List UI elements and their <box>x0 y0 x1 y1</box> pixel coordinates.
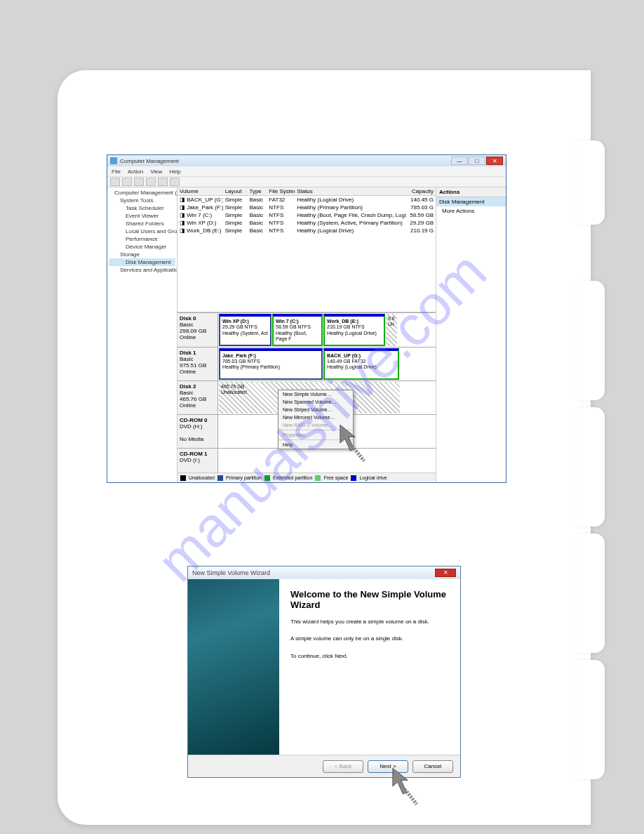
back-button[interactable] <box>110 178 120 186</box>
menu-new-striped-volume[interactable]: New Striped Volume… <box>279 406 353 413</box>
col-filesystem[interactable]: File System <box>267 188 295 194</box>
wizard-text-2: A simple volume can only be on a single … <box>290 635 449 642</box>
legend-logical: Logical drive <box>359 475 387 480</box>
wizard-back-button[interactable]: < Back <box>323 760 363 773</box>
col-layout[interactable]: Layout <box>223 188 248 194</box>
menu-new-spanned-volume[interactable]: New Spanned Volume… <box>279 398 353 406</box>
disk-row: Disk 1Basic975.51 GBOnlineJake_Park (F:)… <box>177 347 436 380</box>
volumes-header: Volume Layout Type File System Status Ca… <box>177 187 436 196</box>
help-button[interactable] <box>170 178 180 186</box>
properties-button[interactable] <box>158 178 168 186</box>
tree-services[interactable]: Services and Applications <box>109 266 175 274</box>
volume-row[interactable]: ◨ Jake_Park (F:)SimpleBasicNTFSHealthy (… <box>177 204 436 211</box>
index-tab <box>577 660 605 779</box>
tree-event-viewer[interactable]: Event Viewer <box>109 212 175 220</box>
index-tab <box>577 407 605 527</box>
volume-row[interactable]: ◨ Work_DB (E:)SimpleBasicNTFSHealthy (Lo… <box>177 227 436 234</box>
legend-extended: Extended partition <box>273 475 312 480</box>
wizard-titlebar[interactable]: New Simple Volume Wizard ✕ <box>188 567 460 579</box>
partition[interactable]: Work_DB (E:)210.19 GB NTFSHealthy (Logic… <box>323 314 385 346</box>
index-tab <box>577 281 605 400</box>
col-capacity[interactable]: Capacity <box>406 188 436 194</box>
app-icon <box>110 157 117 164</box>
actions-more[interactable]: More Actions <box>436 206 506 216</box>
disk-row: CD-ROM 1DVD (I:) <box>177 448 436 472</box>
minimize-button[interactable]: — <box>451 157 468 165</box>
menu-file[interactable]: File <box>112 168 121 175</box>
cursor-icon <box>335 422 370 464</box>
refresh-button[interactable] <box>146 178 156 186</box>
partition[interactable]: 9.6Un <box>386 314 397 346</box>
menu-new-mirrored-volume[interactable]: New Mirrored Volume… <box>279 413 353 421</box>
volume-row[interactable]: ◨ Win XP (D:)SimpleBasicNTFSHealthy (Sys… <box>177 219 436 227</box>
menu-view[interactable]: View <box>150 168 162 175</box>
tree-device-manager[interactable]: Device Manager <box>109 243 175 251</box>
tree-root[interactable]: Computer Management (Local <box>109 189 175 197</box>
volumes-list: Volume Layout Type File System Status Ca… <box>177 187 436 312</box>
wizard-heading: Welcome to the New Simple Volume Wizard <box>290 589 449 610</box>
disk-row: Disk 2Basic465.76 GBOnline465.76 GBUnall… <box>177 380 436 414</box>
col-type[interactable]: Type <box>247 188 267 194</box>
computer-management-window: Computer Management — □ ✕ File Action Vi… <box>107 154 507 483</box>
cursor-icon <box>387 765 422 807</box>
menu-new-simple-volume[interactable]: New Simple Volume… <box>279 390 353 398</box>
index-tab <box>577 140 605 225</box>
window-titlebar[interactable]: Computer Management — □ ✕ <box>107 155 506 166</box>
tree-system-tools[interactable]: System Tools <box>109 197 175 204</box>
wizard-text-1: This wizard helps you create a simple vo… <box>290 618 449 626</box>
tree-performance[interactable]: Performance <box>109 235 175 243</box>
actions-pane: Actions Disk Management More Actions <box>436 187 506 482</box>
up-button[interactable] <box>134 178 144 186</box>
toolbar <box>107 176 506 187</box>
actions-disk-management[interactable]: Disk Management <box>436 197 506 206</box>
col-volume[interactable]: Volume <box>177 188 223 194</box>
maximize-button[interactable]: □ <box>469 157 485 165</box>
partition[interactable]: Win XP (D:)29.29 GB NTFSHealthy (System,… <box>219 314 271 346</box>
menubar: File Action View Help <box>107 166 506 176</box>
legend-free: Free space <box>323 475 348 480</box>
partition[interactable]: BACK_UP (G:)140.49 GB FAT32Healthy (Logi… <box>323 348 399 380</box>
new-simple-volume-wizard: New Simple Volume Wizard ✕ Welcome to th… <box>187 566 461 778</box>
manual-page-card: Computer Management — □ ✕ File Action Vi… <box>58 70 591 825</box>
volume-row[interactable]: ◨ BACK_UP (G:)SimpleBasicFAT32Healthy (L… <box>177 196 436 204</box>
navigation-tree[interactable]: Computer Management (Local System Tools … <box>107 187 177 482</box>
volume-row[interactable]: ◨ Win 7 (C:)SimpleBasicNTFSHealthy (Boot… <box>177 211 436 219</box>
col-status[interactable]: Status <box>295 188 406 194</box>
tree-shared-folders[interactable]: Shared Folders <box>109 220 175 227</box>
actions-header: Actions <box>436 187 506 197</box>
wizard-title: New Simple Volume Wizard <box>192 569 435 576</box>
tree-disk-management[interactable]: Disk Management <box>109 258 175 266</box>
disk-row: Disk 0Basic298.09 GBOnlineWin XP (D:)29.… <box>177 312 436 347</box>
wizard-close-button[interactable]: ✕ <box>435 569 456 577</box>
wizard-text-3: To continue, click Next. <box>290 653 449 660</box>
tree-task-scheduler[interactable]: Task Scheduler <box>109 204 175 212</box>
forward-button[interactable] <box>122 178 132 186</box>
partition[interactable]: Jake_Park (F:)785.03 GB NTFSHealthy (Pri… <box>219 348 323 380</box>
menu-help[interactable]: Help <box>169 168 180 175</box>
menu-action[interactable]: Action <box>128 168 143 175</box>
close-button[interactable]: ✕ <box>486 157 503 165</box>
legend-unallocated: Unallocated <box>189 475 215 480</box>
tree-storage[interactable]: Storage <box>109 251 175 258</box>
window-title: Computer Management <box>120 158 451 164</box>
legend: Unallocated Primary partition Extended p… <box>177 472 436 482</box>
partition[interactable]: Win 7 (C:)58.59 GB NTFSHealthy (Boot, Pa… <box>272 314 323 346</box>
wizard-side-graphic <box>188 579 279 755</box>
disks-graphical-view: Disk 0Basic298.09 GBOnlineWin XP (D:)29.… <box>177 312 436 472</box>
tree-local-users[interactable]: Local Users and Groups <box>109 227 175 235</box>
legend-primary: Primary partition <box>226 475 262 480</box>
index-tab <box>577 534 605 653</box>
